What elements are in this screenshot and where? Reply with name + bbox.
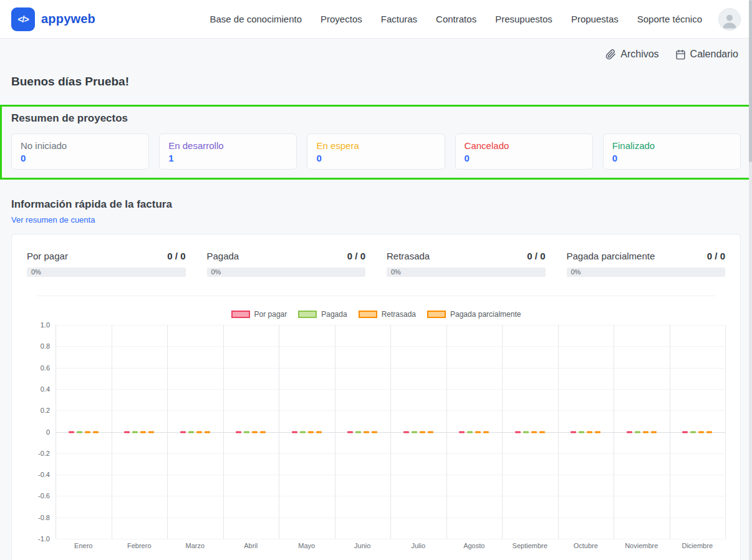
scrollbar-thumb[interactable] [749,0,752,162]
x-tick-label: Enero [55,542,112,549]
invoice-stat: Por pagar 0 / 0 0% [27,251,186,277]
nav-item[interactable]: Soporte técnico [637,14,702,24]
project-status-card[interactable]: Cancelado 0 [455,133,593,170]
h-gridline [55,539,725,539]
invoice-stat-value: 0 / 0 [167,251,185,261]
legend-swatch-icon [298,311,317,318]
project-status-label: En espera [316,140,435,151]
x-tick-label: Septiembre [502,542,558,549]
zero-value-bars [558,431,614,433]
project-status-card[interactable]: En espera 0 [307,133,445,170]
project-status-label: Finalizado [612,140,731,151]
main-nav: Base de conocimientoProyectosFacturasCon… [210,14,702,24]
x-tick-label: Junio [335,542,391,549]
nav-item[interactable]: Contratos [436,14,476,24]
code-icon: </> [11,7,35,31]
invoice-stat-label: Retrasada [387,251,430,261]
greeting-heading: Buenos días Prueba! [11,75,741,89]
project-status-count: 0 [316,153,435,163]
zero-value-bars [279,431,335,433]
invoice-stat: Pagada parcialmente 0 / 0 0% [567,251,726,277]
legend-swatch-icon [427,311,446,318]
project-status-count: 0 [465,153,584,163]
y-tick-label: 0.4 [41,385,50,393]
zero-value-bars [446,431,503,433]
y-tick-label: -1.0 [38,535,50,543]
zero-value-bars [502,431,558,433]
invoice-stat-label: Por pagar [27,251,68,261]
project-status-card[interactable]: Finalizado 0 [603,133,741,170]
legend-swatch-icon [359,311,377,318]
legend-item[interactable]: Pagada parcialmente [427,310,521,319]
x-tick-label: Julio [390,542,446,549]
x-tick-label: Noviembre [614,542,670,549]
top-navbar: </> appyweb Base de conocimientoProyecto… [0,0,752,39]
legend-label: Pagada [321,310,347,319]
x-tick-label: Agosto [446,542,503,549]
project-status-label: No iniciado [21,140,140,151]
brand-logo[interactable]: </> appyweb [11,7,95,31]
invoice-stats: Por pagar 0 / 0 0% Pagada 0 / 0 0% Retra… [27,251,725,277]
zero-value-bars [390,431,446,433]
y-tick-label: 0.6 [41,364,50,372]
nav-item[interactable]: Presupuestos [495,14,552,24]
invoice-stat-progress: 0% [27,268,186,277]
scrollbar-track[interactable] [749,0,752,560]
project-status-count: 0 [21,153,140,163]
y-tick-label: 0.2 [41,407,50,414]
zero-value-bars [55,431,112,433]
project-status-label: En desarrollo [168,140,287,151]
paperclip-icon [605,49,616,60]
invoice-stat-progress: 0% [207,268,366,277]
legend-item[interactable]: Retrasada [359,310,416,319]
zero-value-bars [670,431,726,433]
chart-legend: Por pagar Pagada Retrasada Pagada parcia… [27,310,725,319]
calendario-link[interactable]: Calendario [675,49,738,60]
legend-label: Por pagar [254,310,287,319]
invoice-stat-progress: 0% [387,268,546,277]
quick-links-bar: Archivos Calendario [0,39,752,60]
project-status-card[interactable]: En desarrollo 1 [159,133,297,170]
project-status-count: 1 [168,153,287,163]
legend-item[interactable]: Pagada [298,310,347,319]
y-tick-label: 1.0 [41,321,50,329]
projects-summary-title: Resumen de proyectos [11,112,741,125]
legend-swatch-icon [231,311,250,318]
dashboard-page: </> appyweb Base de conocimientoProyecto… [0,0,752,560]
user-avatar[interactable] [718,8,741,31]
legend-label: Retrasada [382,310,416,319]
legend-label: Pagada parcialmente [450,310,521,319]
invoice-stat-label: Pagada parcialmente [567,251,655,261]
zero-value-bars [614,431,670,433]
y-tick-label: -0.6 [38,492,50,500]
divider [37,296,715,296]
account-summary-link[interactable]: Ver resumen de cuenta [11,215,95,224]
v-gridline [725,325,726,539]
invoice-stat-label: Pagada [207,251,239,261]
chart-y-axis: 1.00.80.60.40.20-0.2-0.4-0.6-0.8-1.0 [27,325,55,539]
y-tick-label: 0 [46,428,50,436]
project-status-count: 0 [612,153,731,163]
invoice-card: Por pagar 0 / 0 0% Pagada 0 / 0 0% Retra… [11,234,741,560]
x-tick-label: Octubre [558,542,614,549]
y-tick-label: -0.2 [38,450,50,457]
x-tick-label: Febrero [112,542,168,549]
nav-item[interactable]: Base de conocimiento [210,14,302,24]
y-tick-label: 0.8 [41,342,50,350]
nav-item[interactable]: Proyectos [321,14,362,24]
zero-value-bars [112,431,168,433]
zero-value-bars [167,431,223,433]
person-icon [720,11,739,30]
invoice-chart: 1.00.80.60.40.20-0.2-0.4-0.6-0.8-1.0 Ene… [27,325,725,553]
invoice-stat-progress: 0% [567,268,726,277]
legend-item[interactable]: Por pagar [231,310,287,319]
project-status-card[interactable]: No iniciado 0 [11,133,149,170]
archivos-link[interactable]: Archivos [605,49,658,60]
archivos-label: Archivos [620,49,658,60]
invoice-stat: Retrasada 0 / 0 0% [387,251,546,277]
invoice-stat: Pagada 0 / 0 0% [207,251,366,277]
chart-plot-outer: EneroFebreroMarzoAbrilMayoJunioJulioAgos… [55,325,725,553]
nav-item[interactable]: Propuestas [571,14,619,24]
invoice-stat-value: 0 / 0 [707,251,725,261]
nav-item[interactable]: Facturas [381,14,417,24]
